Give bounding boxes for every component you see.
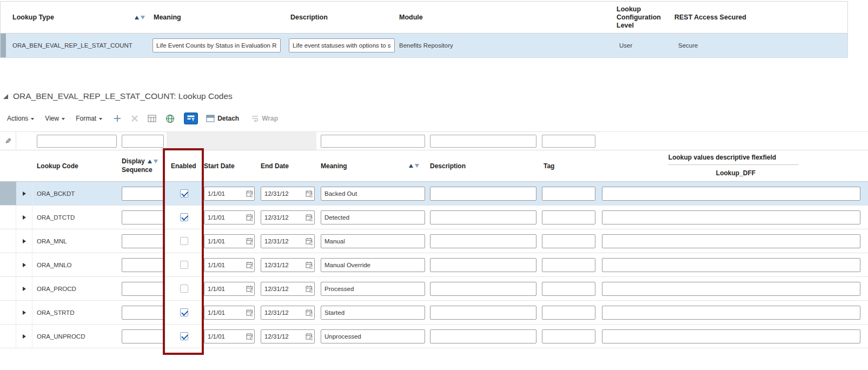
calendar-icon[interactable] bbox=[246, 237, 253, 245]
tag-input[interactable] bbox=[542, 210, 595, 224]
row-expander[interactable] bbox=[16, 277, 32, 300]
tag-input[interactable] bbox=[542, 187, 595, 201]
delete-row-button[interactable] bbox=[131, 115, 138, 122]
wrap-button[interactable]: Wrap bbox=[251, 115, 278, 122]
lookup-dff-input[interactable] bbox=[602, 329, 860, 343]
calendar-icon[interactable] bbox=[246, 261, 253, 269]
display-sequence-input[interactable] bbox=[122, 210, 164, 224]
end-date-input[interactable] bbox=[264, 262, 304, 268]
display-sequence-input[interactable] bbox=[122, 282, 164, 296]
description-input[interactable] bbox=[430, 187, 536, 201]
calendar-icon[interactable] bbox=[246, 285, 253, 293]
qbe-display-sequence-input[interactable] bbox=[122, 135, 164, 148]
row-selector[interactable] bbox=[0, 301, 16, 324]
meaning-input[interactable] bbox=[321, 210, 425, 224]
sort-descending-icon[interactable] bbox=[415, 164, 419, 168]
enabled-checkbox[interactable] bbox=[180, 189, 188, 197]
lookup-type-description-input[interactable] bbox=[289, 38, 395, 52]
table-row[interactable]: ORA_BCKDT bbox=[0, 182, 868, 206]
meaning-input[interactable] bbox=[321, 258, 425, 272]
enabled-checkbox[interactable] bbox=[180, 285, 188, 293]
row-selector[interactable] bbox=[0, 229, 16, 253]
row-expander[interactable] bbox=[16, 301, 32, 324]
calendar-icon[interactable] bbox=[246, 309, 253, 316]
sort-descending-icon[interactable] bbox=[141, 16, 145, 19]
actions-menu[interactable]: Actions bbox=[7, 115, 34, 122]
calendar-icon[interactable] bbox=[306, 261, 313, 269]
row-selector[interactable] bbox=[0, 325, 16, 348]
col-header-display-sequence[interactable]: Display Sequence bbox=[118, 150, 167, 181]
description-input[interactable] bbox=[430, 282, 536, 296]
lookup-dff-input[interactable] bbox=[602, 306, 860, 320]
enabled-checkbox[interactable] bbox=[180, 332, 188, 340]
calendar-icon[interactable] bbox=[306, 214, 313, 221]
calendar-icon[interactable] bbox=[246, 214, 253, 221]
tag-input[interactable] bbox=[542, 234, 595, 248]
description-input[interactable] bbox=[430, 258, 536, 272]
add-row-button[interactable] bbox=[113, 114, 122, 123]
col-header-lookup-type[interactable]: Lookup Type bbox=[1, 2, 154, 33]
end-date-input[interactable] bbox=[264, 309, 304, 316]
lookup-type-row[interactable]: ORA_BEN_EVAL_REP_LE_STAT_COUNT Benefits … bbox=[1, 34, 847, 57]
start-date-input[interactable] bbox=[208, 333, 245, 340]
sort-icons[interactable] bbox=[148, 160, 158, 163]
calendar-icon[interactable] bbox=[246, 333, 253, 340]
row-expander[interactable] bbox=[16, 253, 32, 276]
description-input[interactable] bbox=[430, 306, 536, 320]
row-expander[interactable] bbox=[16, 325, 32, 348]
start-date-input[interactable] bbox=[208, 286, 245, 292]
format-menu[interactable]: Format bbox=[76, 115, 102, 122]
end-date-input[interactable] bbox=[264, 190, 304, 197]
start-date-input[interactable] bbox=[208, 309, 245, 316]
sort-descending-icon[interactable] bbox=[154, 160, 158, 163]
sort-ascending-icon[interactable] bbox=[409, 164, 413, 168]
detach-button[interactable]: Detach bbox=[206, 115, 239, 122]
meaning-input[interactable] bbox=[321, 282, 425, 296]
meaning-input[interactable] bbox=[321, 187, 425, 201]
row-expander[interactable] bbox=[16, 206, 32, 229]
sort-icons[interactable] bbox=[409, 164, 419, 168]
table-row[interactable]: ORA_STRTD bbox=[0, 301, 868, 325]
end-date-input[interactable] bbox=[264, 333, 304, 340]
table-row[interactable]: ORA_DTCTD bbox=[0, 206, 868, 229]
row-expander[interactable] bbox=[16, 229, 32, 253]
calendar-icon[interactable] bbox=[306, 285, 313, 293]
qbe-description-input[interactable] bbox=[430, 135, 536, 148]
enabled-checkbox[interactable] bbox=[180, 308, 188, 316]
start-date-input[interactable] bbox=[208, 190, 245, 197]
display-sequence-input[interactable] bbox=[122, 234, 164, 248]
start-date-input[interactable] bbox=[208, 238, 245, 245]
lookup-dff-input[interactable] bbox=[602, 258, 860, 272]
calendar-icon[interactable] bbox=[306, 333, 313, 340]
lookup-dff-input[interactable] bbox=[602, 187, 860, 201]
display-sequence-input[interactable] bbox=[122, 258, 164, 272]
start-date-input[interactable] bbox=[208, 262, 245, 268]
enabled-checkbox[interactable] bbox=[180, 237, 188, 245]
row-selector[interactable] bbox=[0, 253, 16, 276]
query-by-example-button[interactable] bbox=[184, 113, 198, 124]
sort-ascending-icon[interactable] bbox=[148, 160, 152, 163]
row-selector[interactable] bbox=[0, 277, 16, 300]
table-row[interactable]: ORA_PROCD bbox=[0, 277, 868, 301]
end-date-input[interactable] bbox=[264, 286, 304, 292]
start-date-input[interactable] bbox=[208, 214, 245, 221]
description-input[interactable] bbox=[430, 210, 536, 224]
table-row[interactable]: ORA_MNLO bbox=[0, 253, 868, 277]
row-expander[interactable] bbox=[16, 182, 32, 205]
qbe-lookup-code-input[interactable] bbox=[37, 135, 117, 148]
description-input[interactable] bbox=[430, 234, 536, 248]
sort-icons[interactable] bbox=[135, 16, 145, 19]
qbe-meaning-input[interactable] bbox=[321, 135, 425, 148]
qbe-tag-input[interactable] bbox=[542, 135, 595, 148]
calendar-icon[interactable] bbox=[306, 309, 313, 316]
calendar-icon[interactable] bbox=[306, 237, 313, 245]
col-header-lookup-code[interactable]: Lookup Code bbox=[32, 150, 118, 181]
table-row[interactable]: ORA_MNL bbox=[0, 229, 868, 253]
tag-input[interactable] bbox=[542, 258, 595, 272]
row-selector[interactable] bbox=[0, 206, 16, 229]
row-selector[interactable] bbox=[0, 182, 16, 205]
lookup-codes-section-header[interactable]: ORA_BEN_EVAL_REP_LE_STAT_COUNT: Lookup C… bbox=[3, 91, 868, 101]
lookup-dff-input[interactable] bbox=[602, 282, 860, 296]
end-date-input[interactable] bbox=[264, 214, 304, 221]
calendar-icon[interactable] bbox=[306, 190, 313, 197]
